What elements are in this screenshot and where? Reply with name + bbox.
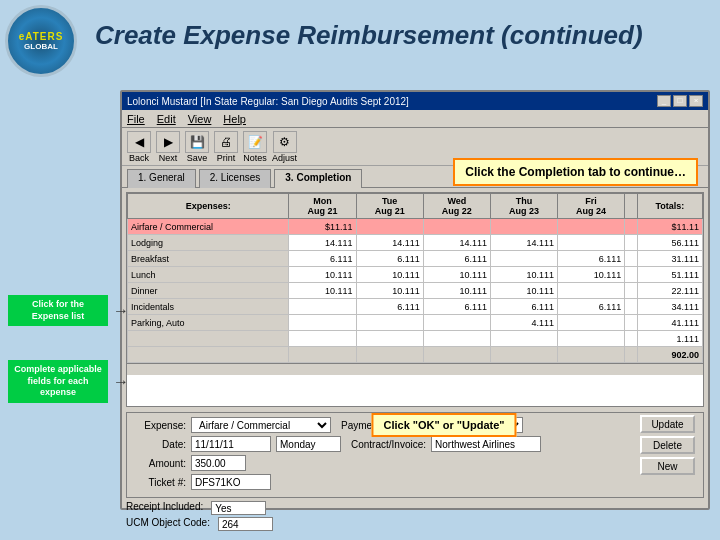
cell-mon: $11.11 [289,219,356,235]
cell-thu [490,219,557,235]
toolbar: ◀ Back ▶ Next 💾 Save 🖨 Print 📝 Notes ⚙ A… [122,128,708,166]
logo-aters-text: eATERS [19,31,64,42]
col-expenses: Expenses: [128,194,289,219]
cell-tue [356,219,423,235]
ok-update-callout: Click "OK" or "Update" [371,413,516,437]
expense-select[interactable]: Airfare / Commercial [191,417,331,433]
completion-callout: Click the Completion tab to continue… [453,158,698,186]
receipt-input[interactable] [211,501,266,515]
menu-edit[interactable]: Edit [157,113,176,125]
expense-name: Parking, Auto [128,315,289,331]
next-button[interactable]: ▶ Next [156,131,180,163]
day-input[interactable] [276,436,341,452]
main-window: Lolonci Mustard [In State Regular: San D… [120,90,710,510]
grand-total: 902.00 [637,347,702,363]
window-title-text: Lolonci Mustard [In State Regular: San D… [127,96,409,107]
complete-fields-arrow: → [113,373,129,391]
amount-row: Amount: [131,455,699,471]
horizontal-scrollbar[interactable] [127,363,703,375]
delete-button[interactable]: Delete [640,436,695,454]
action-buttons: Update Delete New [640,415,695,475]
complete-fields-row: Complete applicable fields for each expe… [8,360,129,403]
update-button[interactable]: Update [640,415,695,433]
menu-view[interactable]: View [188,113,212,125]
expense-name: Lodging [128,235,289,251]
expense-name: Breakfast [128,251,289,267]
expense-name: Lunch [128,267,289,283]
menu-help[interactable]: Help [223,113,246,125]
ticket-row: Ticket #: [131,474,699,490]
close-button[interactable]: × [689,95,703,107]
total-row: 902.00 [128,347,703,363]
col-x [625,194,638,219]
expense-list-row: Click for the Expense list → [8,295,129,326]
expense-list-arrow: → [113,302,129,320]
col-mon: MonAug 21 [289,194,356,219]
col-totals: Totals: [637,194,702,219]
amount-input[interactable] [191,455,246,471]
expense-form: Expense: Airfare / Commercial Payment Ty… [126,412,704,498]
contract-label: Contract/Invoice: [351,439,426,450]
menu-bar: File Edit View Help [122,110,708,128]
notes-button[interactable]: 📝 Notes [243,131,267,163]
complete-fields-box: Complete applicable fields for each expe… [8,360,108,403]
cell-fri [558,219,625,235]
receipt-label: Receipt Included: [126,501,203,515]
expense-name: Airfare / Commercial [128,219,289,235]
complete-fields-annotation: Complete applicable fields for each expe… [8,360,129,403]
table-row[interactable]: 1.111 [128,331,703,347]
table-row[interactable]: Airfare / Commercial $11.11 $11.11 [128,219,703,235]
new-button[interactable]: New [640,457,695,475]
cell-x [625,219,638,235]
page-title: Create Expense Reimbursement (continued) [95,20,643,51]
table-row[interactable]: Lunch 10.111 10.111 10.111 10.111 10.111… [128,267,703,283]
contract-input[interactable] [431,436,541,452]
print-button[interactable]: 🖨 Print [214,131,238,163]
cell-total: $11.11 [637,219,702,235]
expense-list-box: Click for the Expense list [8,295,108,326]
ucm-row: UCM Object Code: [126,517,704,531]
expense-list-annotation: Click for the Expense list → [8,295,129,326]
date-input[interactable] [191,436,271,452]
col-fri: FriAug 24 [558,194,625,219]
expense-name [128,331,289,347]
logo-global-text: GLOBAL [24,42,58,51]
logo: eATERS GLOBAL [5,5,85,80]
table-row[interactable]: Breakfast 6.111 6.111 6.111 6.111 31.111 [128,251,703,267]
amount-field-label: Amount: [131,458,186,469]
adjust-button[interactable]: ⚙ Adjust [272,131,297,163]
expense-field-label: Expense: [131,420,186,431]
tab-general[interactable]: 1. General [127,169,196,188]
col-tue: TueAug 21 [356,194,423,219]
table-row[interactable]: Incidentals 6.111 6.111 6.111 6.111 34.1… [128,299,703,315]
col-thu: ThuAug 23 [490,194,557,219]
ticket-input[interactable] [191,474,271,490]
maximize-button[interactable]: □ [673,95,687,107]
save-button[interactable]: 💾 Save [185,131,209,163]
table-row[interactable]: Parking, Auto 4.111 41.111 [128,315,703,331]
bottom-info: Receipt Included: UCM Object Code: [126,501,704,531]
table-row[interactable]: Dinner 10.111 10.111 10.111 10.111 22.11… [128,283,703,299]
date-row: Date: Contract/Invoice: [131,436,699,452]
cell-wed [423,219,490,235]
expense-table: Expenses: MonAug 21 TueAug 21 WedAug 22 … [127,193,703,363]
date-field-label: Date: [131,439,186,450]
ticket-field-label: Ticket #: [131,477,186,488]
ucm-label: UCM Object Code: [126,517,210,531]
total-label [128,347,289,363]
tab-licenses[interactable]: 2. Licenses [199,169,272,188]
col-wed: WedAug 22 [423,194,490,219]
back-button[interactable]: ◀ Back [127,131,151,163]
expense-table-container: Expenses: MonAug 21 TueAug 21 WedAug 22 … [126,192,704,407]
expense-name: Incidentals [128,299,289,315]
tab-completion[interactable]: 3. Completion [274,169,362,188]
ucm-input[interactable] [218,517,273,531]
expense-name: Dinner [128,283,289,299]
menu-file[interactable]: File [127,113,145,125]
receipt-row: Receipt Included: [126,501,704,515]
window-titlebar: Lolonci Mustard [In State Regular: San D… [122,92,708,110]
window-controls: _ □ × [657,95,703,107]
minimize-button[interactable]: _ [657,95,671,107]
table-row[interactable]: Lodging 14.111 14.111 14.111 14.111 56.1… [128,235,703,251]
